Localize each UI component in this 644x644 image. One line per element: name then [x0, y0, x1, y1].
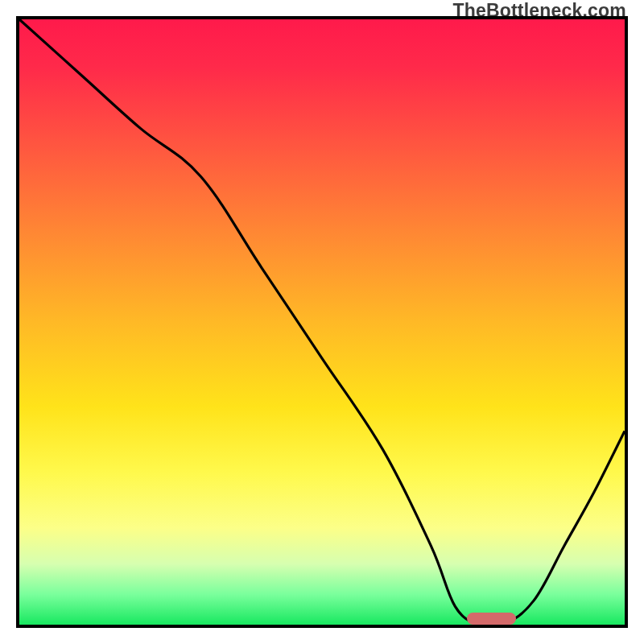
bottleneck-curve-path: [19, 19, 625, 625]
optimal-marker: [467, 613, 515, 625]
chart-frame: [16, 16, 628, 628]
chart-curve: [19, 19, 625, 625]
